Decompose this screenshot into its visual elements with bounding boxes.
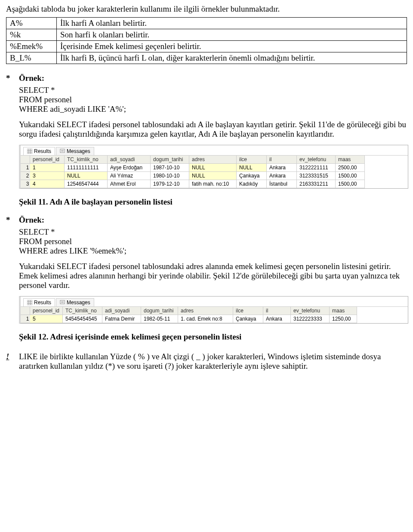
grid-corner: [21, 156, 30, 164]
col-header[interactable]: adi_soyadi: [102, 307, 141, 315]
cell[interactable]: Çankaya: [237, 172, 267, 180]
message-icon: [60, 149, 65, 154]
joker-cell: %Emek%: [6, 41, 57, 52]
example-paragraph: Yukarıdaki SELECT ifadesi personel tablo…: [19, 262, 408, 290]
tab-label: Messages: [67, 148, 90, 154]
example-paragraph: Yukarıdaki SELECT ifadesi personel tablo…: [19, 120, 408, 139]
cell[interactable]: 54545454545: [63, 315, 102, 323]
results-tabs: Results Messages: [21, 145, 408, 155]
cell[interactable]: NULL: [65, 172, 108, 180]
svg-rect-0: [27, 149, 32, 154]
col-header[interactable]: TC_kimlik_no: [63, 307, 102, 315]
col-header[interactable]: il: [263, 307, 291, 315]
joker-table: A%İlk harfi A olanları belirtir. %kSon h…: [6, 17, 407, 64]
col-header[interactable]: ilce: [237, 156, 267, 164]
joker-cell: Son harfi k olanları belirtir.: [57, 29, 407, 41]
code-line: SELECT *: [19, 86, 408, 95]
cell[interactable]: Ahmet Erol: [108, 180, 151, 188]
cell[interactable]: Ankara: [267, 164, 297, 172]
tab-messages[interactable]: Messages: [56, 298, 94, 306]
cell[interactable]: 1500,00: [336, 172, 365, 180]
example-label: Örnek:: [19, 73, 408, 83]
joker-cell: A%: [6, 18, 57, 29]
example-1: * Örnek: SELECT * FROM personel WHERE ad…: [6, 73, 407, 213]
tab-messages[interactable]: Messages: [56, 147, 94, 155]
cell[interactable]: 1979-12-10: [151, 180, 189, 188]
col-header[interactable]: personel_id: [30, 307, 63, 315]
cell[interactable]: Fatma Demir: [102, 315, 141, 323]
col-header[interactable]: TC_kimlik_no: [65, 156, 108, 164]
col-header[interactable]: maas: [336, 156, 365, 164]
warning-icon: !: [6, 352, 19, 371]
cell[interactable]: 1980-10-10: [151, 172, 189, 180]
col-header[interactable]: ev_telefonu: [297, 156, 336, 164]
cell[interactable]: 2163331211: [297, 180, 336, 188]
sql-results-panel: Results Messages personel_id TC_kimlik_n…: [19, 145, 408, 189]
grid-corner: [21, 307, 30, 315]
message-icon: [60, 300, 65, 305]
cell[interactable]: 1: [30, 164, 65, 172]
cell[interactable]: Çankaya: [233, 315, 263, 323]
tab-results[interactable]: Results: [23, 298, 55, 306]
cell[interactable]: NULL: [189, 164, 237, 172]
code-block: SELECT * FROM personel WHERE adi_soyadi …: [19, 86, 408, 114]
cell[interactable]: 5: [30, 315, 63, 323]
svg-rect-13: [60, 300, 65, 304]
example-2: * Örnek: SELECT * FROM personel WHERE ad…: [6, 215, 407, 348]
cell[interactable]: fatih mah. no:10: [189, 180, 237, 188]
col-header[interactable]: adres: [178, 307, 233, 315]
col-header[interactable]: maas: [330, 307, 357, 315]
cell[interactable]: 3: [30, 172, 65, 180]
col-header[interactable]: adi_soyadi: [108, 156, 151, 164]
cell[interactable]: 2500,00: [336, 164, 365, 172]
tab-results[interactable]: Results: [23, 147, 55, 155]
example-label: Örnek:: [19, 215, 408, 225]
joker-cell: İlk harfi A olanları belirtir.: [57, 18, 407, 29]
svg-rect-5: [60, 149, 65, 153]
figure-caption: Şekil 12. Adresi içerisinde emek kelimes…: [19, 332, 408, 342]
cell[interactable]: Ankara: [267, 172, 297, 180]
cell[interactable]: NULL: [189, 172, 237, 180]
code-line: WHERE adres LIKE '%emek%';: [19, 246, 408, 256]
cell[interactable]: NULL: [237, 164, 267, 172]
cell[interactable]: 3123331515: [297, 172, 336, 180]
cell[interactable]: 1500,00: [336, 180, 365, 188]
bullet-icon: *: [6, 215, 19, 348]
joker-cell: %k: [6, 29, 57, 41]
joker-cell: İlk harfi B, üçüncü harfi L olan, diğer …: [57, 52, 407, 64]
cell[interactable]: 1. cad. Emek no:8: [178, 315, 233, 323]
col-header[interactable]: il: [267, 156, 297, 164]
cell[interactable]: Kadıköy: [237, 180, 267, 188]
cell[interactable]: İstanbul: [267, 180, 297, 188]
cell[interactable]: 3122223333: [291, 315, 330, 323]
tab-label: Messages: [67, 300, 90, 306]
code-line: SELECT *: [19, 227, 408, 237]
joker-cell: B_L%: [6, 52, 57, 64]
grid-icon: [27, 149, 32, 154]
cell[interactable]: 1250,00: [330, 315, 357, 323]
cell[interactable]: 1987-10-10: [151, 164, 189, 172]
cell[interactable]: Ayşe Erdoğan: [108, 164, 151, 172]
col-header[interactable]: dogum_tarihi: [151, 156, 189, 164]
col-header[interactable]: ilce: [233, 307, 263, 315]
col-header[interactable]: ev_telefonu: [291, 307, 330, 315]
cell[interactable]: 1982-05-11: [141, 315, 178, 323]
cell[interactable]: 4: [30, 180, 65, 188]
cell[interactable]: Ankara: [263, 315, 291, 323]
col-header[interactable]: adres: [189, 156, 237, 164]
note-text: LIKE ile birlikte kullanılan Yüzde ( % )…: [19, 352, 407, 371]
col-header[interactable]: personel_id: [30, 156, 65, 164]
results-tabs: Results Messages: [21, 297, 408, 306]
tab-label: Results: [34, 300, 51, 306]
cell[interactable]: Ali Yılmaz: [108, 172, 151, 180]
col-header[interactable]: dogum_tarihi: [141, 307, 178, 315]
cell[interactable]: 12546547444: [65, 180, 108, 188]
results-grid: personel_id TC_kimlik_no adi_soyadi dogu…: [21, 155, 408, 188]
results-grid: personel_id TC_kimlik_no adi_soyadi dogu…: [21, 306, 408, 323]
bullet-icon: *: [6, 73, 19, 213]
code-line: FROM personel: [19, 237, 408, 246]
intro-text: Aşağıdaki tabloda bu joker karakterlerin…: [6, 4, 407, 14]
code-line: FROM personel: [19, 95, 408, 104]
cell[interactable]: 11111111111: [65, 164, 108, 172]
cell[interactable]: 3122221111: [297, 164, 336, 172]
